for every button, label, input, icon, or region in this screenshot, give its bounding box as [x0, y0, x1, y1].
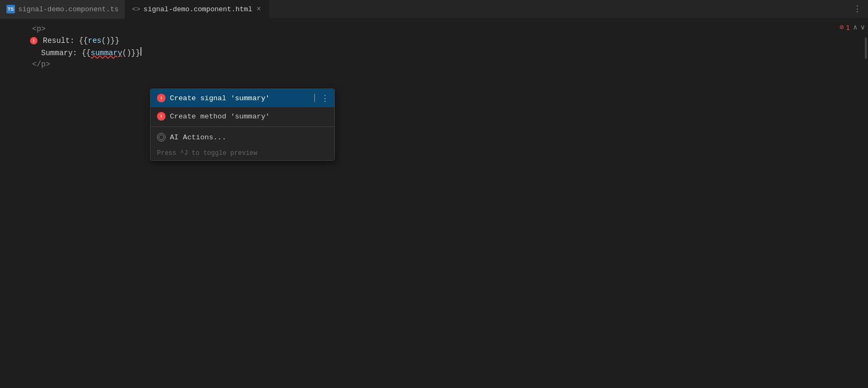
- tab-html-label: signal-demo.component.html: [144, 5, 252, 13]
- scrollbar-thumb[interactable]: [865, 38, 867, 59]
- code-line-3: Summary: {{summary()}}: [0, 47, 868, 58]
- autocomplete-footer-text: Press ^J to toggle preview: [157, 150, 257, 157]
- ai-icon: [157, 133, 166, 141]
- tab-ts[interactable]: TS signal-demo.component.ts: [0, 0, 125, 19]
- signal-icon-2: !: [157, 112, 166, 121]
- tab-close-button[interactable]: ×: [256, 5, 262, 13]
- text-cursor: [140, 47, 141, 56]
- autocomplete-item-kebab[interactable]: ⋮: [321, 93, 329, 103]
- more-options-icon[interactable]: ⋮: [853, 4, 862, 14]
- code-content-2a: Result: {{res()}}: [32, 35, 119, 47]
- tab-html[interactable]: <> signal-demo.component.html ×: [125, 0, 269, 19]
- autocomplete-item-ai-actions[interactable]: AI Actions...: [151, 128, 334, 146]
- error-dot-icon: !: [30, 37, 38, 44]
- code-content-3: Summary: {{summary()}}: [32, 47, 140, 59]
- code-content-1: <p>: [32, 23, 46, 35]
- autocomplete-divider: [151, 126, 334, 127]
- autocomplete-item-create-signal[interactable]: ! Create signal 'summary' | ⋮: [151, 89, 334, 107]
- scrollbar-track[interactable]: [860, 38, 868, 388]
- html-icon: <>: [132, 5, 140, 13]
- tab-ts-label: signal-demo.component.ts: [18, 5, 118, 13]
- autocomplete-item-create-method-label: Create method 'summary': [170, 113, 270, 121]
- code-line-2: ! Result: {{res()}}: [0, 35, 868, 47]
- code-line-4: </p>: [0, 58, 868, 70]
- ts-icon: TS: [6, 5, 15, 13]
- autocomplete-item-create-method[interactable]: ! Create method 'summary': [151, 107, 334, 125]
- autocomplete-item-create-signal-label: Create signal 'summary': [170, 94, 270, 102]
- editor-area[interactable]: ⊘ 1 ∧ ∨ <p> ! Result: {{res()}} Summary:…: [0, 19, 868, 388]
- autocomplete-dropdown: ! Create signal 'summary' | ⋮ ! Create m…: [150, 88, 335, 161]
- tab-bar: TS signal-demo.component.ts <> signal-de…: [0, 0, 868, 19]
- signal-icon-1: !: [157, 94, 166, 102]
- autocomplete-footer: Press ^J to toggle preview: [151, 146, 334, 160]
- code-content-4: </p>: [32, 58, 50, 70]
- autocomplete-item-ai-actions-label: AI Actions...: [170, 133, 226, 141]
- separator-icon: |: [312, 93, 317, 103]
- code-line-1: <p>: [0, 23, 868, 35]
- tab-bar-right: ⋮: [853, 0, 868, 18]
